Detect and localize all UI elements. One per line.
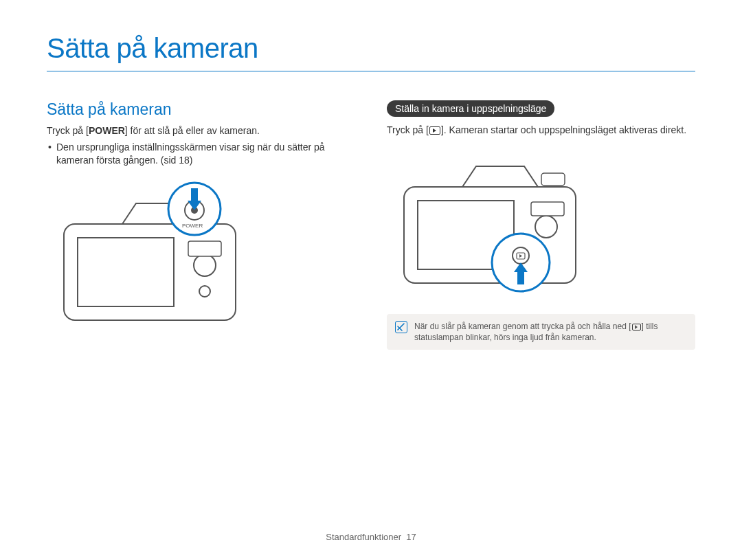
note-pre: När du slår på kameran genom att trycka …	[414, 322, 631, 331]
footer-page: 17	[406, 532, 416, 542]
left-line1: Tryck på [POWER] för att slå på eller av…	[47, 124, 355, 138]
svg-rect-10	[541, 173, 565, 186]
right-pill: Ställa in kamera i uppspelningsläge	[387, 100, 554, 117]
right-line1-post: ]. Kameran startar och uppspelningsläget…	[441, 124, 686, 135]
note-box: När du slår på kameran genom att trycka …	[387, 314, 695, 350]
svg-rect-13	[531, 202, 564, 216]
note-icon	[395, 321, 407, 333]
svg-point-3	[199, 286, 210, 297]
note-text: När du slår på kameran genom att trycka …	[414, 321, 687, 343]
left-line1-post: ] för att slå på eller av kameran.	[125, 125, 260, 136]
play-icon	[429, 126, 440, 135]
svg-rect-4	[188, 241, 221, 256]
left-bullet1: Den ursprungliga inställningsskärmen vis…	[47, 141, 355, 168]
svg-text:POWER: POWER	[182, 223, 203, 229]
footer-label: Standardfunktioner	[326, 532, 401, 542]
left-line1-pre: Tryck på [	[47, 125, 89, 136]
page-title: Sätta på kameran	[47, 33, 695, 71]
play-icon	[632, 324, 641, 331]
content-columns: Sätta på kameran Tryck på [POWER] för at…	[47, 100, 695, 350]
svg-point-12	[535, 216, 557, 238]
svg-rect-1	[78, 238, 174, 306]
left-heading: Sätta på kameran	[47, 100, 355, 119]
camera-figure-playback	[387, 146, 695, 303]
right-line1-pre: Tryck på [	[387, 124, 429, 135]
right-column: Ställa in kamera i uppspelningsläge Tryc…	[387, 100, 695, 350]
page-footer: Standardfunktioner 17	[0, 532, 742, 542]
left-column: Sätta på kameran Tryck på [POWER] för at…	[47, 100, 355, 350]
right-line1: Tryck på []. Kameran startar och uppspel…	[387, 124, 695, 137]
camera-figure-power: POWER	[47, 176, 355, 333]
power-label: POWER	[89, 125, 125, 136]
svg-point-2	[194, 254, 216, 276]
